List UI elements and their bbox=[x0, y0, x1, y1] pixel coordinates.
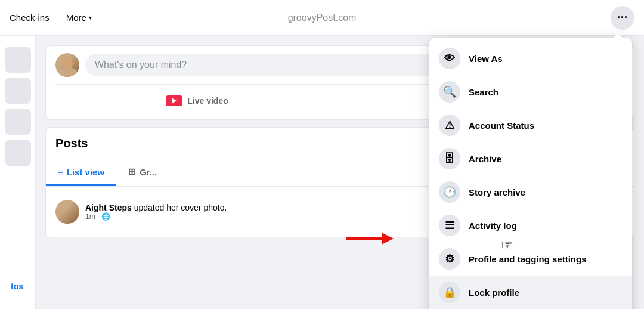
search-label: Search bbox=[469, 87, 623, 97]
story-archive-icon: 🕐 bbox=[439, 181, 460, 203]
account-status-label: Account Status bbox=[469, 120, 623, 131]
checkins-nav-item[interactable]: Check-ins bbox=[10, 13, 49, 23]
more-label: More bbox=[66, 13, 86, 23]
live-video-button[interactable]: Live video bbox=[55, 91, 339, 111]
menu-item-story-archive[interactable]: 🕐Story archive bbox=[429, 175, 632, 209]
view-as-icon: 👁 bbox=[439, 48, 460, 69]
menu-item-profile-tagging[interactable]: ⚙Profile and tagging settings bbox=[429, 242, 632, 276]
nav-left: Check-ins More ▾ bbox=[10, 9, 97, 26]
activity-log-label: Activity log bbox=[469, 221, 623, 231]
arrow-line bbox=[346, 237, 382, 240]
three-dots-button[interactable]: ··· bbox=[611, 6, 634, 30]
live-video-icon bbox=[166, 95, 182, 106]
post-avatar bbox=[55, 200, 79, 224]
list-view-tab[interactable]: ≡ List view bbox=[46, 160, 116, 186]
chevron-down-icon: ▾ bbox=[89, 14, 92, 21]
menu-item-search[interactable]: 🔍Search bbox=[429, 75, 632, 109]
activity-log-icon: ☰ bbox=[439, 215, 460, 236]
grid-view-icon: ⊞ bbox=[128, 166, 136, 177]
archive-icon: 🗄 bbox=[439, 148, 460, 169]
list-view-icon: ≡ bbox=[58, 167, 63, 177]
left-sidebar bbox=[0, 36, 36, 309]
sidebar-item-3[interactable] bbox=[5, 109, 31, 135]
tos-link[interactable]: tos bbox=[11, 282, 23, 291]
list-view-label: List view bbox=[67, 167, 104, 177]
lock-profile-icon: 🔒 bbox=[439, 282, 460, 303]
view-as-label: View As bbox=[469, 54, 623, 64]
grid-view-tab[interactable]: ⊞ Gr... bbox=[116, 159, 169, 186]
dot-separator: · bbox=[97, 212, 101, 221]
dropdown-menu: 👁View As🔍Search⚠Account Status🗄Archive🕐S… bbox=[429, 38, 632, 309]
posts-title: Posts bbox=[55, 137, 88, 150]
post-time: 1m bbox=[85, 212, 95, 221]
menu-item-lock-profile[interactable]: 🔒Lock profile bbox=[429, 276, 632, 309]
menu-item-account-status[interactable]: ⚠Account Status bbox=[429, 109, 632, 142]
sidebar-item-2[interactable] bbox=[5, 78, 31, 104]
menu-item-archive[interactable]: 🗄Archive bbox=[429, 142, 632, 175]
top-navigation: Check-ins More ▾ groovyPost.com ··· bbox=[0, 0, 644, 36]
archive-label: Archive bbox=[469, 154, 623, 164]
profile-tagging-icon: ⚙ bbox=[439, 248, 460, 270]
account-status-icon: ⚠ bbox=[439, 115, 460, 136]
menu-item-view-as[interactable]: 👁View As bbox=[429, 42, 632, 75]
arrow-head bbox=[382, 233, 394, 245]
avatar-image bbox=[55, 53, 79, 77]
author-name: Aight Steps bbox=[85, 203, 132, 212]
red-arrow bbox=[346, 233, 394, 245]
sidebar-item-4[interactable] bbox=[5, 140, 31, 166]
grid-view-label: Gr... bbox=[140, 167, 157, 177]
nav-right: ··· bbox=[611, 6, 634, 30]
post-action: updated her cover photo. bbox=[134, 203, 227, 212]
search-icon: 🔍 bbox=[439, 81, 460, 103]
globe-icon: 🌐 bbox=[101, 212, 110, 221]
profile-tagging-label: Profile and tagging settings bbox=[469, 254, 623, 264]
menu-item-activity-log[interactable]: ☰Activity log bbox=[429, 209, 632, 242]
site-name: groovyPost.com bbox=[288, 13, 357, 23]
story-archive-label: Story archive bbox=[469, 187, 623, 197]
user-avatar bbox=[55, 53, 79, 77]
sidebar-nav-dots bbox=[0, 41, 36, 172]
sidebar-item-1[interactable] bbox=[5, 47, 31, 73]
lock-profile-label: Lock profile bbox=[469, 288, 623, 298]
more-nav-item[interactable]: More ▾ bbox=[61, 9, 97, 26]
live-video-label: Live video bbox=[187, 96, 228, 106]
